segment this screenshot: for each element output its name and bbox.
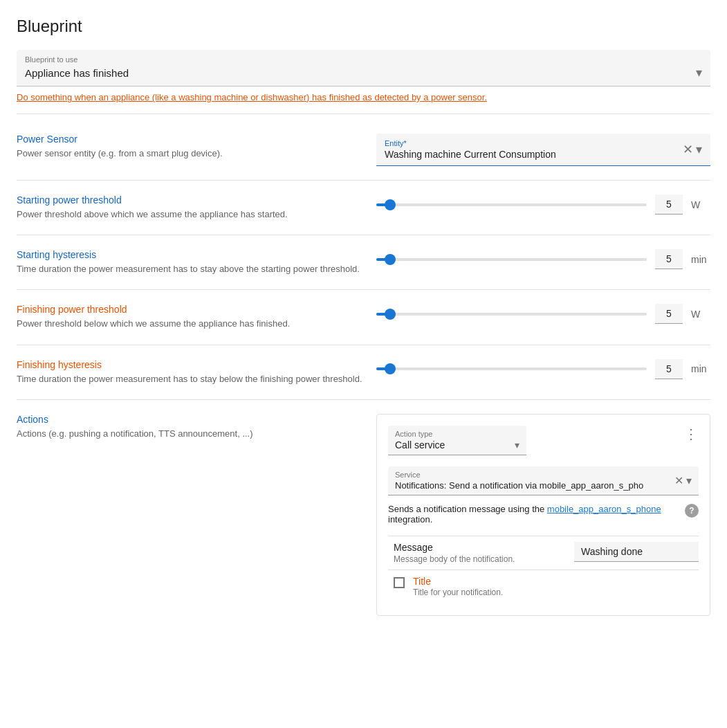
entity-icons: ✕ ▾: [683, 142, 702, 157]
starting-threshold-slider[interactable]: 5 W: [376, 194, 710, 215]
action-type-label: Action type: [395, 430, 519, 438]
power-sensor-left: Power Sensor Power sensor entity (e.g. f…: [17, 134, 376, 160]
starting-threshold-left: Starting power threshold Power threshold…: [17, 194, 376, 221]
finishing-hysteresis-value[interactable]: 5: [655, 359, 683, 379]
slider-thumb-4[interactable]: [385, 363, 396, 374]
dropdown-entity-icon[interactable]: ▾: [696, 142, 702, 157]
message-value[interactable]: Washing done: [574, 542, 699, 562]
slider-track-2: [376, 258, 647, 261]
power-sensor-row: Power Sensor Power sensor entity (e.g. f…: [17, 120, 710, 181]
dots-menu-icon[interactable]: ⋮: [684, 426, 699, 442]
dropdown-service-icon[interactable]: ▾: [686, 474, 692, 487]
finishing-threshold-unit: W: [691, 309, 710, 320]
starting-threshold-title: Starting power threshold: [17, 194, 362, 206]
blueprint-description: Do something when an appliance (like a w…: [17, 92, 710, 114]
blueprint-select-value: Appliance has finished ▾: [25, 65, 702, 80]
action-card: Action type Call service ▾ ⋮ Service Not…: [376, 414, 710, 616]
title-row: Title Title for your notification.: [388, 570, 699, 604]
clear-service-icon[interactable]: ✕: [674, 474, 683, 487]
action-card-header: Action type Call service ▾ ⋮: [388, 426, 699, 455]
dropdown-arrow-icon: ▾: [696, 65, 702, 80]
action-type-dropdown-icon: ▾: [515, 439, 519, 451]
actions-right: Action type Call service ▾ ⋮ Service Not…: [376, 414, 710, 616]
finishing-threshold-slider[interactable]: 5 W: [376, 304, 710, 324]
title-content: Title Title for your notification.: [413, 576, 503, 599]
starting-hysteresis-left: Starting hysteresis Time duration the po…: [17, 249, 376, 275]
starting-threshold-desc: Power threshold above which we assume th…: [17, 208, 362, 221]
actions-desc: Actions (e.g. pushing a notification, TT…: [17, 428, 362, 440]
actions-title: Actions: [17, 414, 362, 425]
slider-track-3: [376, 313, 647, 316]
finishing-threshold-title: Finishing power threshold: [17, 304, 362, 315]
service-field[interactable]: Service Notifications: Send a notificati…: [388, 466, 699, 495]
title-checkbox[interactable]: [394, 577, 405, 588]
action-type-field[interactable]: Action type Call service ▾: [388, 426, 526, 455]
starting-threshold-row: Starting power threshold Power threshold…: [17, 181, 710, 235]
service-desc-link: mobile_app_aaron_s_phone: [547, 504, 661, 514]
finishing-threshold-left: Finishing power threshold Power threshol…: [17, 304, 376, 330]
service-label: Service: [395, 471, 674, 479]
service-value: Notifications: Send a notification via m…: [395, 480, 674, 491]
entity-value: Washing machine Current Consumption: [385, 149, 556, 160]
title-field-desc: Title for your notification.: [413, 587, 503, 599]
finishing-hysteresis-left: Finishing hysteresis Time duration the p…: [17, 359, 376, 385]
entity-label: Entity*: [385, 139, 407, 147]
help-icon[interactable]: ?: [685, 504, 699, 518]
finishing-threshold-desc: Power threshold below which we assume th…: [17, 318, 362, 330]
service-desc-suffix: integration.: [388, 514, 432, 525]
message-title: Message: [394, 542, 569, 553]
power-sensor-right: Entity* Washing machine Current Consumpt…: [376, 134, 710, 166]
title-checkbox-wrapper[interactable]: [394, 577, 405, 590]
finishing-hysteresis-title: Finishing hysteresis: [17, 359, 362, 370]
starting-hysteresis-desc: Time duration the power measurement has …: [17, 263, 362, 275]
starting-hysteresis-right: 5 min: [376, 249, 710, 269]
starting-hysteresis-unit: min: [691, 254, 710, 265]
entity-field[interactable]: Entity* Washing machine Current Consumpt…: [376, 134, 710, 166]
starting-hysteresis-value[interactable]: 5: [655, 249, 683, 269]
slider-track-4: [376, 367, 647, 370]
action-type-value-wrapper: Call service ▾: [395, 439, 519, 451]
slider-thumb-2[interactable]: [385, 254, 396, 265]
starting-threshold-right: 5 W: [376, 194, 710, 215]
finishing-hysteresis-desc: Time duration the power measurement has …: [17, 373, 362, 385]
message-row: Message Message body of the notification…: [388, 536, 699, 570]
slider-thumb-3[interactable]: [385, 309, 396, 320]
starting-threshold-value[interactable]: 5: [655, 194, 683, 215]
message-left: Message Message body of the notification…: [394, 542, 574, 564]
finishing-threshold-value[interactable]: 5: [655, 304, 683, 324]
slider-thumb[interactable]: [385, 199, 396, 210]
slider-track: [376, 203, 647, 206]
action-type-value: Call service: [395, 439, 445, 451]
power-sensor-title: Power Sensor: [17, 134, 362, 145]
starting-hysteresis-row: Starting hysteresis Time duration the po…: [17, 235, 710, 290]
finishing-hysteresis-unit: min: [691, 363, 710, 374]
service-icons: ✕ ▾: [674, 474, 692, 487]
finishing-hysteresis-right: 5 min: [376, 359, 710, 379]
finishing-hysteresis-slider[interactable]: 5 min: [376, 359, 710, 379]
starting-hysteresis-title: Starting hysteresis: [17, 249, 362, 260]
starting-threshold-unit: W: [691, 199, 710, 210]
actions-section: Actions Actions (e.g. pushing a notifica…: [17, 400, 710, 630]
finishing-threshold-right: 5 W: [376, 304, 710, 324]
message-desc: Message body of the notification.: [394, 554, 569, 564]
finishing-threshold-row: Finishing power threshold Power threshol…: [17, 290, 710, 345]
blueprint-select-label: Blueprint to use: [25, 55, 702, 64]
blueprint-select[interactable]: Blueprint to use Appliance has finished …: [17, 50, 710, 87]
service-desc-text: Sends a notification message using the m…: [388, 504, 679, 525]
title-field-title: Title: [413, 576, 503, 587]
starting-hysteresis-slider[interactable]: 5 min: [376, 249, 710, 269]
service-description: Sends a notification message using the m…: [388, 504, 699, 525]
finishing-hysteresis-row: Finishing hysteresis Time duration the p…: [17, 345, 710, 400]
clear-icon[interactable]: ✕: [683, 142, 693, 157]
power-sensor-desc: Power sensor entity (e.g. from a smart p…: [17, 147, 362, 160]
actions-left: Actions Actions (e.g. pushing a notifica…: [17, 414, 376, 440]
page-title: Blueprint: [17, 17, 710, 36]
